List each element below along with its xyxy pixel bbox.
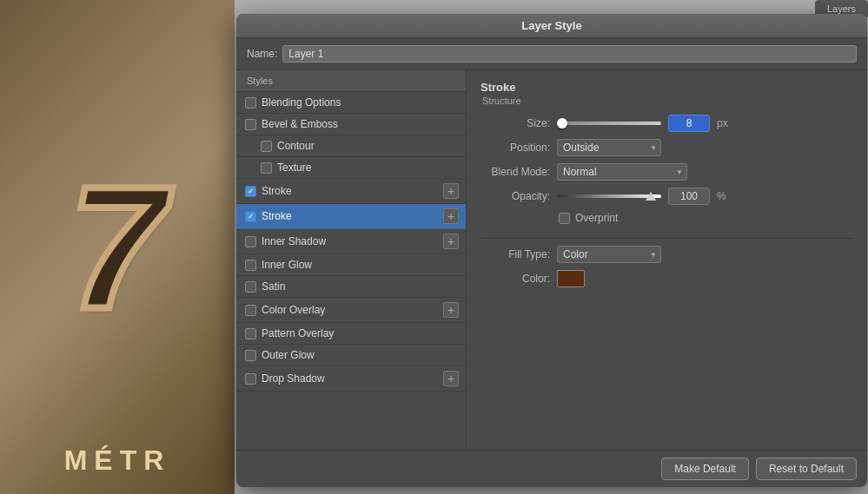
label-bevel-emboss: Bevel & Emboss xyxy=(262,118,459,130)
checkbox-stroke2[interactable] xyxy=(245,211,256,222)
item-texture[interactable]: Texture xyxy=(236,157,466,179)
item-color-overlay[interactable]: Color Overlay + xyxy=(236,298,466,323)
position-select[interactable]: Outside Inside Center xyxy=(557,139,661,156)
size-input[interactable] xyxy=(668,115,710,132)
item-pattern-overlay[interactable]: Pattern Overlay xyxy=(236,323,466,345)
dialog-footer: Make Default Reset to Default xyxy=(236,450,867,487)
size-label: Size: xyxy=(480,117,550,129)
layer-list: Blending Options Bevel & Emboss Contour … xyxy=(236,92,466,450)
opacity-slider-thumb xyxy=(646,192,656,201)
blend-mode-select-wrapper: Normal Dissolve Multiply Screen Overlay xyxy=(557,163,687,181)
item-drop-shadow[interactable]: Drop Shadow + xyxy=(236,366,466,392)
checkbox-inner-shadow[interactable] xyxy=(245,236,256,247)
blend-mode-row: Blend Mode: Normal Dissolve Multiply Scr… xyxy=(480,163,853,181)
add-stroke1-button[interactable]: + xyxy=(443,183,459,199)
checkbox-blending[interactable] xyxy=(245,97,256,109)
item-satin[interactable]: Satin xyxy=(236,276,466,298)
opacity-row: Opacity: % xyxy=(480,188,853,205)
item-outer-glow[interactable]: Outer Glow xyxy=(236,345,466,366)
label-texture: Texture xyxy=(277,161,459,174)
label-stroke2: Stroke xyxy=(262,210,438,222)
canvas-area: 7 MÉTR xyxy=(0,0,235,494)
blend-mode-select[interactable]: Normal Dissolve Multiply Screen Overlay xyxy=(557,163,687,181)
label-inner-glow: Inner Glow xyxy=(262,259,459,271)
add-drop-shadow-button[interactable]: + xyxy=(443,371,459,386)
blend-mode-label: Blend Mode: xyxy=(480,166,550,178)
item-bevel-emboss[interactable]: Bevel & Emboss xyxy=(236,114,466,135)
item-stroke2[interactable]: Stroke + xyxy=(236,204,466,229)
item-contour[interactable]: Contour xyxy=(236,135,466,157)
checkbox-pattern-overlay[interactable] xyxy=(245,328,256,339)
label-satin: Satin xyxy=(262,280,459,293)
item-blending-options[interactable]: Blending Options xyxy=(236,92,466,114)
label-outer-glow: Outer Glow xyxy=(262,349,459,361)
checkbox-satin[interactable] xyxy=(245,281,256,293)
reset-to-default-button[interactable]: Reset to Default xyxy=(756,458,857,480)
layer-name-input[interactable] xyxy=(282,45,857,63)
right-panel: Stroke Structure Size: px Position: Outs… xyxy=(467,70,867,450)
add-inner-shadow-button[interactable]: + xyxy=(443,234,459,249)
checkbox-stroke1[interactable] xyxy=(245,186,256,197)
name-label: Name: xyxy=(247,48,277,60)
checkbox-inner-glow[interactable] xyxy=(245,260,256,271)
label-color-overlay: Color Overlay xyxy=(262,304,438,316)
opacity-label: Opacity: xyxy=(480,190,550,202)
label-pattern-overlay: Pattern Overlay xyxy=(262,327,459,339)
label-blending-options: Blending Options xyxy=(262,96,459,109)
position-row: Position: Outside Inside Center xyxy=(480,139,853,156)
layer-style-dialog: Layer Style Name: Styles Blending Option… xyxy=(236,14,867,487)
color-label: Color: xyxy=(480,273,550,285)
right-section-title: Stroke xyxy=(480,81,853,94)
checkbox-outer-glow[interactable] xyxy=(245,350,256,361)
label-drop-shadow: Drop Shadow xyxy=(262,372,438,385)
label-inner-shadow: Inner Shadow xyxy=(262,235,438,247)
canvas-number: 7 xyxy=(69,161,165,334)
checkbox-color-overlay[interactable] xyxy=(245,305,256,316)
add-stroke2-button[interactable]: + xyxy=(443,208,459,224)
opacity-input[interactable] xyxy=(668,188,710,205)
fill-type-label: Fill Type: xyxy=(480,248,550,260)
fill-type-row: Fill Type: Color Gradient Pattern xyxy=(480,246,853,263)
checkbox-texture[interactable] xyxy=(261,162,272,174)
overprint-label: Overprint xyxy=(575,212,618,224)
size-row: Size: px xyxy=(480,115,853,132)
item-inner-glow[interactable]: Inner Glow xyxy=(236,254,466,276)
canvas-text-bottom: MÉTR xyxy=(0,445,235,477)
dialog-title: Layer Style xyxy=(236,14,867,38)
name-row: Name: xyxy=(236,38,867,70)
opacity-slider[interactable] xyxy=(557,194,661,198)
make-default-button[interactable]: Make Default xyxy=(661,458,749,480)
position-select-wrapper: Outside Inside Center xyxy=(557,139,661,156)
left-panel: Styles Blending Options Bevel & Emboss C… xyxy=(236,70,467,450)
item-stroke1[interactable]: Stroke + xyxy=(236,179,466,204)
checkbox-contour[interactable] xyxy=(261,141,272,152)
fill-type-select-wrapper: Color Gradient Pattern xyxy=(557,246,661,263)
size-slider-thumb xyxy=(557,118,567,128)
canvas-image: 7 MÉTR xyxy=(0,0,235,494)
checkbox-drop-shadow[interactable] xyxy=(245,373,256,385)
size-unit: px xyxy=(717,117,728,129)
overprint-row: Overprint xyxy=(559,212,853,224)
overprint-checkbox[interactable] xyxy=(559,213,570,224)
color-swatch[interactable] xyxy=(557,270,585,287)
size-slider[interactable] xyxy=(557,122,661,125)
dialog-body: Styles Blending Options Bevel & Emboss C… xyxy=(236,70,867,450)
right-sub-section-title: Structure xyxy=(482,96,853,106)
styles-header: Styles xyxy=(236,70,466,92)
color-row: Color: xyxy=(480,270,853,287)
label-stroke1: Stroke xyxy=(262,185,438,197)
item-inner-shadow[interactable]: Inner Shadow + xyxy=(236,229,466,254)
label-contour: Contour xyxy=(277,140,459,152)
divider xyxy=(480,238,853,239)
add-color-overlay-button[interactable]: + xyxy=(443,302,459,318)
opacity-unit: % xyxy=(717,190,726,202)
checkbox-bevel[interactable] xyxy=(245,119,256,130)
fill-type-select[interactable]: Color Gradient Pattern xyxy=(557,246,661,263)
position-label: Position: xyxy=(480,142,550,154)
